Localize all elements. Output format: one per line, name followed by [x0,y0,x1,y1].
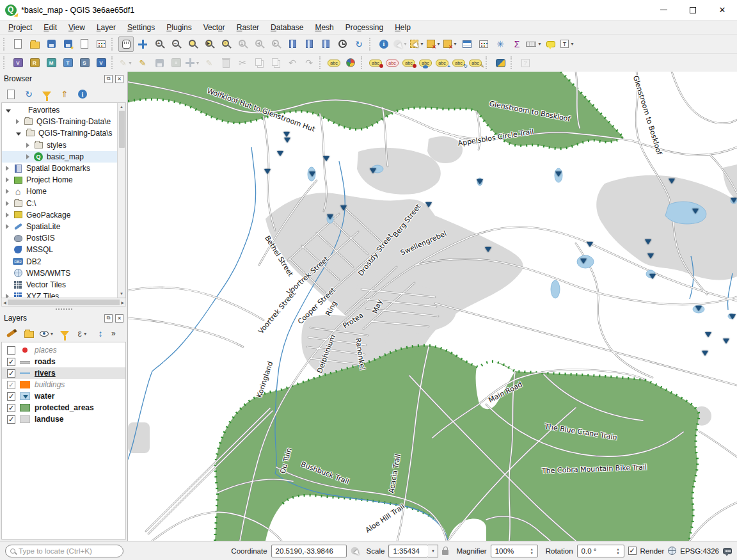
deselect-features-dropdown-arrow[interactable]: ▼ [453,42,457,46]
tree-expand-arrow[interactable] [26,143,29,148]
browser-item-basic-map[interactable]: basic_map [2,151,117,163]
open-layer-styling-panel-button[interactable] [3,326,19,341]
statistical-summary-button[interactable]: Σ [509,36,525,52]
expand-collapse-all-button[interactable]: ↕ [93,326,108,341]
tree-expand-arrow[interactable] [6,109,11,113]
menu-raster[interactable]: Raster [231,22,265,33]
add-spatialite-layer-button[interactable]: S [77,55,92,70]
undo-button[interactable]: ↶ [285,55,300,70]
select-by-value-dropdown-arrow[interactable]: ▼ [436,42,441,46]
tree-expand-arrow[interactable] [16,132,21,136]
identify-features-button[interactable] [376,36,392,52]
tree-expand-arrow[interactable] [16,119,19,124]
menu-help[interactable]: Help [389,22,416,33]
menu-vector[interactable]: Vector [198,22,231,33]
delete-selected-button[interactable] [218,55,234,70]
scale-combo[interactable]: 1:35434 ▼ [388,545,438,557]
vertex-tool-dropdown-arrow[interactable]: ▼ [196,61,200,65]
browser-item-geopackage[interactable]: GeoPackage [2,209,117,221]
menu-project[interactable]: Project [3,22,38,33]
browser-add-selected-layers-button[interactable] [3,86,19,102]
show-hidden-labels-button[interactable] [418,55,433,70]
add-raster-layer-button[interactable]: R [27,55,42,70]
browser-collapse-all-button[interactable]: ⇑ [57,86,72,102]
toggle-editing-button[interactable] [135,55,150,70]
menu-view[interactable]: View [63,22,91,33]
current-edits-dropdown-arrow[interactable]: ▼ [128,61,132,65]
menu-mesh[interactable]: Mesh [309,22,339,33]
browser-item-wms-wmts[interactable]: WMS/WMTS [2,268,117,279]
layer-checkbox-roads[interactable]: ✓ [7,358,15,366]
zoom-in-button[interactable]: + [152,36,167,52]
locator-search-input[interactable]: Type to locate (Ctrl+K) [5,545,123,557]
zoom-full-button[interactable] [185,36,200,52]
browser-item-postgis[interactable]: PostGIS [2,232,117,244]
copy-features-button[interactable] [251,55,267,70]
browser-item-qgis-training-data-e[interactable]: QGIS-Training-Data\e [2,116,117,127]
browser-item-vector-tiles[interactable]: Vector Tiles [2,279,117,291]
vertex-tool-button[interactable]: ▼ [185,55,200,70]
modify-attributes-button[interactable] [202,55,217,70]
coordinate-input[interactable]: 20.5190,-33.9846 [271,545,347,557]
scale-lock-icon[interactable] [442,550,448,555]
close-button[interactable]: ✕ [708,0,737,20]
pan-to-selection-button[interactable] [135,36,150,52]
browser-item-project-home[interactable]: Project Home [2,174,117,186]
open-data-source-manager-button[interactable]: V [93,55,109,70]
style-manager-button[interactable] [93,36,109,52]
manage-map-themes-dropdown-arrow[interactable]: ▼ [50,332,54,336]
zoom-native-button[interactable]: 1 [235,36,250,52]
zoom-out-button[interactable]: − [168,36,184,52]
browser-item-xyz-tiles[interactable]: XYZ Tiles [2,291,117,298]
deselect-features-button[interactable]: ▼ [443,36,458,52]
zoom-next-button[interactable]: ▸ [268,36,283,52]
crs-globe-icon[interactable] [668,547,676,555]
rotation-spinbox[interactable]: 0.0 ° ▲▼ [577,545,624,557]
browser-properties-button[interactable] [75,86,90,102]
current-edits-button[interactable]: ▼ [118,55,134,70]
menu-edit[interactable]: Edit [38,22,63,33]
browser-item-styles[interactable]: styles [2,140,117,151]
add-delimited-text-layer-button[interactable]: T [60,55,75,70]
refresh-map-button[interactable]: ↻ [351,36,367,52]
filter-by-expression-dropdown-arrow[interactable]: ▼ [83,332,88,336]
layer-diagram-options-button[interactable] [343,55,358,70]
save-layer-edits-button[interactable] [152,55,167,70]
minimize-button[interactable] [649,0,678,20]
menu-plugins[interactable]: Plugins [161,22,197,33]
tree-expand-arrow[interactable] [26,154,29,159]
new-project-button[interactable] [10,36,26,52]
panel-splitter[interactable] [0,307,127,311]
magnifier-spinbox[interactable]: 100% ▲▼ [491,545,538,557]
layer-checkbox-landuse[interactable]: ✓ [7,415,15,424]
layer-row-buildings[interactable]: ✓buildings [2,379,125,390]
layer-checkbox-water[interactable]: ✓ [7,392,15,401]
tree-expand-arrow[interactable] [6,166,9,171]
scale-dropdown-arrow[interactable]: ▼ [428,545,438,557]
select-features-button[interactable]: ▼ [409,36,425,52]
browser-item-spatialite[interactable]: SpatiaLite [2,221,117,232]
add-mesh-layer-button[interactable]: M [44,55,59,70]
browser-vscrollbar[interactable]: ▲ ▼ [117,103,125,298]
filter-legend-button[interactable] [57,326,72,341]
add-group-button[interactable] [21,326,36,341]
browser-item-home[interactable]: Home [2,186,117,197]
browser-float-button[interactable]: ⧉ [104,75,113,83]
help-contents-button[interactable] [518,55,533,70]
tree-expand-arrow[interactable] [6,224,9,229]
zoom-to-selection-button[interactable]: ▸ [202,36,217,52]
show-spatial-bookmarks-button[interactable] [301,36,317,52]
run-feature-action-dropdown-arrow[interactable]: ▼ [403,42,408,46]
processing-toolbox-button[interactable] [493,36,508,52]
run-feature-action-button[interactable]: ▼ [393,36,408,52]
browser-item-qgis-training-data-s[interactable]: QGIS-Training-Data\s [2,127,117,139]
manage-map-themes-button[interactable]: ▼ [39,326,54,341]
open-project-button[interactable] [27,36,42,52]
browser-item-c-[interactable]: C:\ [2,198,117,209]
messages-icon[interactable] [723,548,732,554]
select-by-value-button[interactable]: ▼ [426,36,441,52]
paste-features-button[interactable] [268,55,283,70]
highlight-pinned-labels-button[interactable] [384,55,400,70]
layer-row-landuse[interactable]: ✓landuse [2,413,125,425]
pin-unpin-labels-button[interactable] [368,55,383,70]
